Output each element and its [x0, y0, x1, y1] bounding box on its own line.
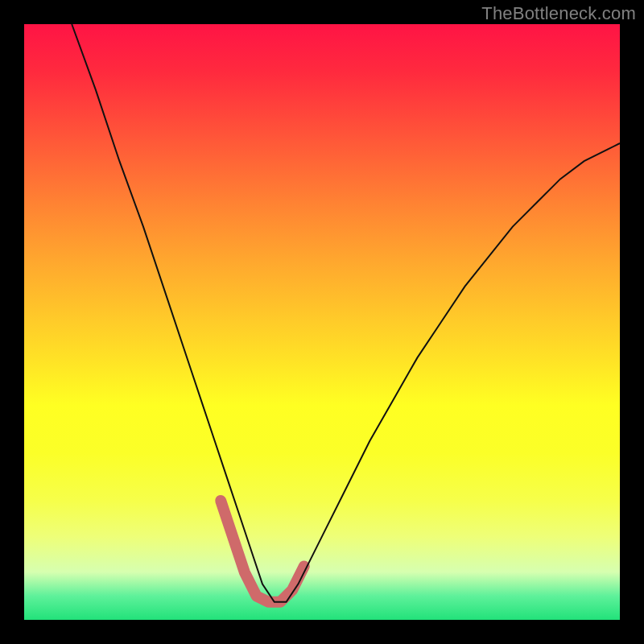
watermark-text: TheBottleneck.com	[481, 3, 636, 24]
bottleneck-highlight	[221, 501, 304, 602]
plot-area	[24, 24, 620, 620]
curve-layer	[24, 24, 620, 620]
chart-frame: TheBottleneck.com	[0, 0, 644, 644]
bottleneck-curve	[72, 24, 620, 602]
